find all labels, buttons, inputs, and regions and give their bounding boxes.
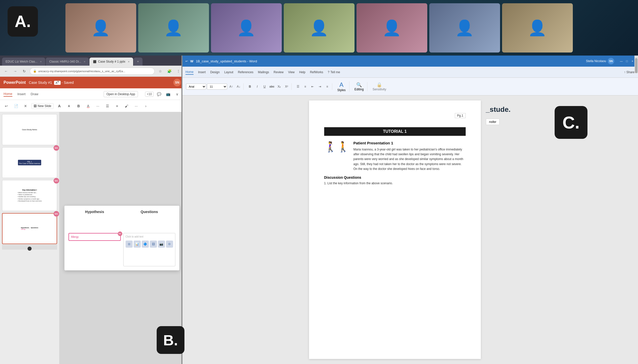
align-btn[interactable]: ≡ <box>113 102 121 110</box>
decrease-font-btn[interactable]: A↓ <box>235 83 242 90</box>
page-label: Pg.1 <box>455 113 466 118</box>
forward-btn[interactable]: → <box>12 68 19 75</box>
word-scrollbar[interactable] <box>634 56 638 73</box>
list-btn[interactable]: ☰ <box>104 102 111 110</box>
word-ribbon-tabs: Home Insert Design Layout References Mai… <box>182 67 638 78</box>
refresh-btn[interactable]: ↻ <box>21 68 28 75</box>
close-btn[interactable]: ✕ <box>22 102 29 110</box>
font-size-selector[interactable]: 11 <box>207 84 227 90</box>
maximize-btn[interactable]: □ <box>625 59 629 63</box>
chevron-right[interactable]: › <box>142 102 150 110</box>
ppt-ribbon-tabs: Home Insert Draw Open in Desktop App +10… <box>0 88 184 100</box>
ppt-saved-status: - Saved <box>62 81 74 85</box>
comment-btn[interactable]: 💬 <box>155 90 163 98</box>
slide-canvas: Hypothesis Questions GC Allergy Click t <box>64 206 179 270</box>
new-tab-btn[interactable]: + <box>134 58 143 66</box>
word-tab-home[interactable]: Home <box>185 70 194 75</box>
ppt-toolbar: ↩ 📄 ✕ 🖼 New Slide A A B A ··· ☰ ≡ 🖌 ··· … <box>0 100 184 112</box>
word-tab-design[interactable]: Design <box>210 70 220 74</box>
word-tab-view[interactable]: View <box>288 70 295 74</box>
questions-box[interactable]: Click to add text ⊞ 📊 🔷 🖼 📷 ⚙ <box>123 233 176 266</box>
font-group: Arial 11 A↑ A↓ <box>184 83 244 90</box>
slide3-key-info: • Maria Ioannou female 3yo... • Taken to… <box>17 192 42 202</box>
ppt-open-desktop-btn[interactable]: Open in Desktop App <box>104 91 138 97</box>
smartart-icon: 🔷 <box>142 241 149 248</box>
word-share-btn[interactable]: ↑ Share <box>624 70 634 74</box>
underline-btn[interactable]: U <box>261 83 268 90</box>
font-color-btn[interactable]: A <box>84 102 92 110</box>
star-btn[interactable]: ☆ <box>157 68 164 75</box>
chevron-down-btn[interactable]: ∨ <box>173 90 181 98</box>
back-btn[interactable]: ← <box>3 68 10 75</box>
word-tab-help[interactable]: Help <box>299 70 305 74</box>
word-tab-tellme[interactable]: ?Tell me <box>328 70 340 74</box>
italic-btn[interactable]: I <box>254 83 261 90</box>
word-page: Pg.1 TUTORIAL 1 🚶‍♀️🚶 Patient Presentati… <box>309 100 481 359</box>
stub-text: _stude. <box>486 106 511 114</box>
word-area: ↩ W 1B_case_study_updated_students - Wor… <box>182 56 638 364</box>
browser-menu-btn[interactable]: ⋮ <box>175 68 182 75</box>
strikethrough-btn[interactable]: abc <box>269 83 275 90</box>
editing-control[interactable]: 🔍 Editing <box>352 82 366 91</box>
more-tools-btn[interactable]: ··· <box>132 102 140 110</box>
word-tab-insert[interactable]: Insert <box>198 70 206 74</box>
slide-thumb-1[interactable]: Case-Study Notes <box>2 114 57 145</box>
ppt-tab-draw[interactable]: Draw <box>31 92 38 96</box>
slide-thumb-3[interactable]: GC Key Information I • Maria Ioannou fem… <box>2 180 57 211</box>
indent-btn[interactable]: ⇥ <box>317 83 323 90</box>
table-icon: ⊞ <box>126 241 133 248</box>
font-a-large[interactable]: A <box>56 102 63 110</box>
ppt-tab-home[interactable]: Home <box>4 91 12 97</box>
ppt-tab-insert[interactable]: Insert <box>17 92 26 96</box>
word-controls-left: ↩ <box>185 60 188 63</box>
slide-thumb-2[interactable]: GC PBL 1The Case of Maria Ioannou <box>2 147 57 178</box>
bold-btn[interactable]: B <box>75 102 82 110</box>
file-new-btn[interactable]: 📄 <box>12 102 20 110</box>
align-btn[interactable]: ≡ <box>324 83 330 90</box>
tab-close-3[interactable]: × <box>128 60 129 63</box>
present-btn[interactable]: 📺 <box>164 90 172 98</box>
slide-thumb-4[interactable]: GC Hypothesis Allergy Questions <box>2 213 57 250</box>
bold-btn[interactable]: B <box>247 83 253 90</box>
patient-content: Patient Presentation 1 Maria Ioannou, a … <box>353 141 466 171</box>
word-tab-review[interactable]: Review <box>274 70 283 74</box>
more-btn[interactable]: ··· <box>94 102 102 110</box>
hypothesis-box[interactable]: GC Allergy <box>68 233 121 241</box>
tab-close-1[interactable]: × <box>40 60 41 63</box>
list-btn[interactable]: ☰ <box>295 83 301 90</box>
browser-tab-2[interactable]: Classic HMRU-340 Di... × <box>46 58 89 66</box>
avatar-4: 👤 <box>284 3 355 53</box>
subscript-btn[interactable]: X₂ <box>276 83 282 90</box>
video-participant-2: 👤 <box>138 3 209 53</box>
minimize-btn[interactable]: — <box>619 59 623 63</box>
font-a-small[interactable]: A <box>65 102 73 110</box>
word-logo: W <box>190 59 193 63</box>
browser-tab-bar: EDUC Liz Welch Clas... × Classic HMRU-34… <box>0 56 184 66</box>
superscript-btn[interactable]: X² <box>283 83 290 90</box>
address-bar[interactable]: 🔒 unicaccy-my.sharepoint.com/p/g/persona… <box>30 68 155 75</box>
word-tab-refworks[interactable]: RefWorks <box>310 70 323 74</box>
powerpoint-app: PowerPoint Case Study #1 AR - Saved SN H… <box>0 77 184 364</box>
font-name-selector[interactable]: Arial <box>186 84 206 90</box>
browser-tab-1[interactable]: EDUC Liz Welch Clas... × <box>2 58 45 66</box>
browser-tab-3[interactable]: ⬛ Case Study # 1 pptx × <box>89 58 133 66</box>
word-tab-mailings[interactable]: Mailings <box>258 70 269 74</box>
numbered-list-btn[interactable]: ≡ <box>302 83 309 90</box>
undo-btn[interactable]: ↩ <box>3 102 10 110</box>
extensions-btn[interactable]: 🧩 <box>166 68 173 75</box>
close-window-btn[interactable]: × <box>630 59 634 63</box>
video-participant-6: 👤 <box>429 3 500 53</box>
avatar-7: 👤 <box>502 3 573 53</box>
timeline-dot <box>28 247 32 251</box>
outdent-btn[interactable]: ⇤ <box>309 83 316 90</box>
word-tab-references[interactable]: References <box>238 70 253 74</box>
word-tab-layout[interactable]: Layout <box>224 70 233 74</box>
video-participant-7: 👤 <box>502 3 573 53</box>
paint-btn[interactable]: 🖌 <box>123 102 130 110</box>
increase-font-btn[interactable]: A↑ <box>228 83 234 90</box>
tutorial-header: TUTORIAL 1 <box>324 127 466 136</box>
styles-control[interactable]: A Styles <box>335 81 348 92</box>
new-slide-btn[interactable]: 🖼 New Slide <box>31 103 54 109</box>
tab-close-2[interactable]: × <box>84 60 85 63</box>
transfer-btn[interactable]: nsfer <box>486 119 500 125</box>
